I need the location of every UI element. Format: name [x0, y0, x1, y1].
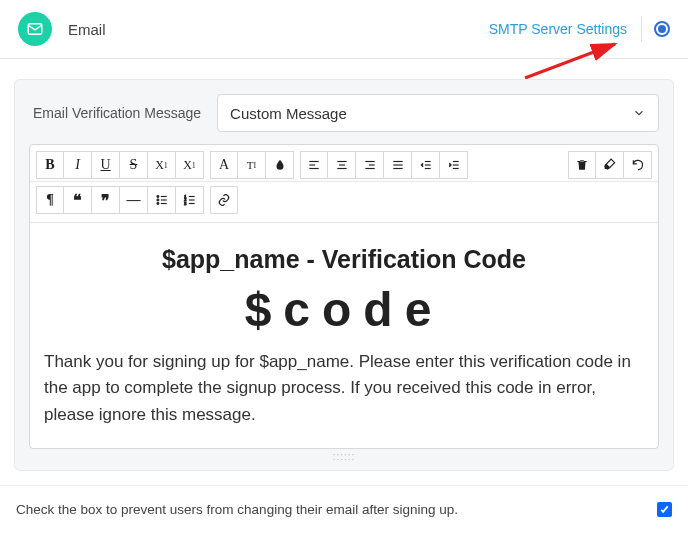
font-size-button[interactable]: TI	[238, 151, 266, 179]
underline-button[interactable]: U	[92, 151, 120, 179]
quote-left-button[interactable]: ❝	[64, 186, 92, 214]
align-center-button[interactable]	[328, 151, 356, 179]
template-heading: $app_name - Verification Code	[44, 245, 644, 274]
paragraph-button[interactable]: ¶	[36, 186, 64, 214]
bold-button[interactable]: B	[36, 151, 64, 179]
trash-icon	[575, 158, 589, 172]
select-value: Custom Message	[230, 105, 347, 122]
align-right-button[interactable]	[356, 151, 384, 179]
template-code: $code	[44, 282, 644, 337]
mail-icon	[18, 12, 52, 46]
text-color-button[interactable]	[266, 151, 294, 179]
superscript-button[interactable]: X1	[148, 151, 176, 179]
svg-point-21	[157, 199, 159, 201]
editor-toolbar: B I U S X1 X1 A TI	[30, 145, 658, 182]
droplet-icon	[273, 158, 287, 172]
undo-button[interactable]	[624, 151, 652, 179]
subscript-button[interactable]: X1	[176, 151, 204, 179]
page-title: Email	[68, 21, 489, 38]
outdent-button[interactable]	[412, 151, 440, 179]
quote-right-button[interactable]: ❞	[92, 186, 120, 214]
italic-button[interactable]: I	[64, 151, 92, 179]
delete-button[interactable]	[568, 151, 596, 179]
undo-icon	[631, 158, 645, 172]
eraser-icon	[603, 158, 617, 172]
svg-text:3: 3	[184, 201, 186, 206]
rich-text-editor: B I U S X1 X1 A TI	[29, 144, 659, 449]
link-button[interactable]	[210, 186, 238, 214]
prevent-email-change-checkbox[interactable]	[657, 502, 672, 517]
footer-row: Check the box to prevent users from chan…	[0, 485, 688, 529]
template-body: Thank you for signing up for $app_name. …	[44, 349, 644, 428]
separator	[641, 16, 642, 42]
editor-toolbar-row2: ¶ ❝ ❞ — 123	[30, 182, 658, 223]
eraser-button[interactable]	[596, 151, 624, 179]
enable-radio[interactable]	[654, 21, 670, 37]
header: Email SMTP Server Settings	[0, 0, 688, 59]
unordered-list-button[interactable]	[148, 186, 176, 214]
chevron-down-icon	[632, 106, 646, 120]
verification-message-panel: Email Verification Message Custom Messag…	[14, 79, 674, 471]
indent-button[interactable]	[440, 151, 468, 179]
align-justify-button[interactable]	[384, 151, 412, 179]
message-type-select[interactable]: Custom Message	[217, 94, 659, 132]
svg-point-22	[157, 203, 159, 205]
font-family-button[interactable]: A	[210, 151, 238, 179]
resize-handle[interactable]: ::::::	[29, 449, 659, 462]
ordered-list-button[interactable]: 123	[176, 186, 204, 214]
footer-text: Check the box to prevent users from chan…	[16, 502, 458, 517]
field-label: Email Verification Message	[29, 105, 201, 121]
align-left-button[interactable]	[300, 151, 328, 179]
horizontal-rule-button[interactable]: —	[120, 186, 148, 214]
link-icon	[217, 193, 231, 207]
check-icon	[659, 504, 670, 515]
strikethrough-button[interactable]: S	[120, 151, 148, 179]
editor-content-area[interactable]: $app_name - Verification Code $code Than…	[30, 223, 658, 448]
smtp-settings-link[interactable]: SMTP Server Settings	[489, 21, 627, 37]
svg-point-20	[157, 196, 159, 198]
